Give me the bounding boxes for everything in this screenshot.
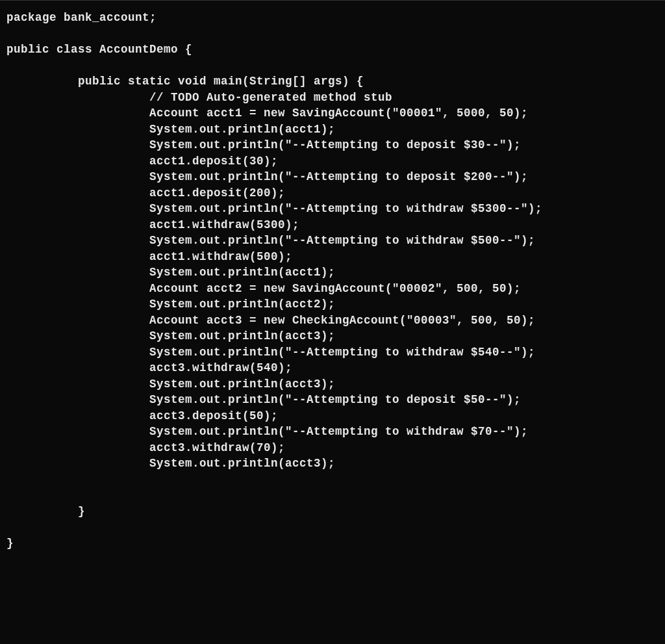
code-line: System.out.println(acct1); (6, 122, 659, 138)
code-line: System.out.println("--Attempting to depo… (6, 392, 659, 408)
code-editor: package bank_account; public class Accou… (6, 10, 659, 551)
code-line: System.out.println("--Attempting to depo… (6, 137, 659, 153)
code-line: Account acct1 = new SavingAccount("00001… (6, 105, 659, 122)
code-line: System.out.println("--Attempting to with… (6, 233, 659, 249)
code-line (6, 487, 659, 504)
code-line: acct3.withdraw(70); (6, 440, 659, 456)
code-line: System.out.println(acct3); (6, 376, 659, 393)
code-line: } (6, 504, 659, 520)
code-line: System.out.println("--Attempting to with… (6, 344, 659, 361)
code-line: package bank_account; (6, 10, 659, 26)
code-line: System.out.println("--Attempting to with… (6, 424, 659, 440)
code-line: acct3.deposit(50); (6, 408, 659, 424)
code-line: acct1.deposit(30); (6, 153, 659, 170)
code-line (6, 26, 659, 42)
code-line: System.out.println(acct2); (6, 296, 659, 313)
code-line: acct1.deposit(200); (6, 185, 659, 201)
code-line: Account acct2 = new SavingAccount("00002… (6, 281, 659, 297)
code-line (6, 519, 659, 535)
code-line: public class AccountDemo { (6, 42, 659, 58)
code-line: // TODO Auto-generated method stub (6, 90, 659, 106)
code-line: System.out.println(acct3); (6, 456, 659, 472)
code-line: System.out.println(acct1); (6, 264, 659, 281)
code-line: System.out.println(acct3); (6, 328, 659, 344)
code-line: Account acct3 = new CheckingAccount("000… (6, 313, 659, 329)
code-line: acct1.withdraw(500); (6, 249, 659, 265)
code-line: System.out.println("--Attempting to depo… (6, 169, 659, 185)
code-line: System.out.println("--Attempting to with… (6, 201, 659, 217)
code-line: public static void main(String[] args) { (6, 73, 659, 90)
code-line: acct1.withdraw(5300); (6, 217, 659, 233)
code-line (6, 472, 659, 488)
code-line (6, 58, 659, 74)
code-line: } (6, 535, 659, 552)
code-line: acct3.withdraw(540); (6, 360, 659, 376)
